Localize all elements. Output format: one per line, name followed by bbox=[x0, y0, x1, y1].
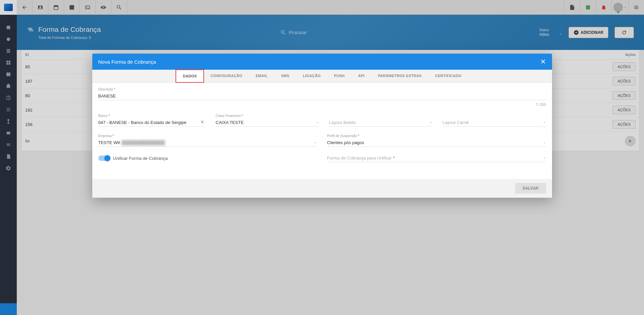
chevron-down-icon bbox=[543, 156, 546, 160]
tab-api[interactable]: API bbox=[351, 70, 371, 82]
chevron-down-icon bbox=[314, 141, 317, 144]
unificar-toggle[interactable] bbox=[98, 155, 110, 161]
field-empresa: Empresa * TESTE WK ██████████████ bbox=[98, 134, 317, 147]
tab-email[interactable]: EMAIL bbox=[249, 70, 275, 82]
modal: Nova Forma de Cobrança ✕ DADOS CONFIGURA… bbox=[92, 54, 552, 198]
tab-configuracao[interactable]: CONFIGURAÇÃO bbox=[204, 70, 249, 82]
char-counter: 7 / 255 bbox=[98, 103, 546, 107]
clear-icon[interactable]: ✕ bbox=[200, 119, 204, 125]
modal-title: Nova Forma de Cobrança bbox=[98, 59, 156, 65]
chevron-down-icon bbox=[543, 121, 546, 124]
modal-body: Descrição * 7 / 255 Banco * ✕ Caixa Fina… bbox=[92, 83, 552, 179]
tab-dados[interactable]: DADOS bbox=[176, 69, 204, 83]
unificar-toggle-field: Unificar Forma de Cobrança bbox=[98, 155, 317, 161]
empresa-select[interactable]: TESTE WK ██████████████ bbox=[98, 139, 317, 147]
chevron-down-icon bbox=[429, 121, 433, 124]
layout-carne-select[interactable]: Layout Carnê bbox=[443, 119, 546, 127]
descricao-input[interactable] bbox=[98, 92, 546, 100]
modal-overlay: Nova Forma de Cobrança ✕ DADOS CONFIGURA… bbox=[0, 0, 644, 315]
field-caixa: Caixa Financeiro * CAIXA TESTE bbox=[216, 114, 319, 127]
caixa-select[interactable]: CAIXA TESTE bbox=[216, 119, 319, 127]
modal-tabs: DADOS CONFIGURAÇÃO EMAIL SMS LIGAÇÃO PUS… bbox=[92, 70, 552, 83]
field-unificar-select: Forma de Cobrança para Unificar * bbox=[327, 154, 546, 162]
tab-certificado[interactable]: CERTIFICADO bbox=[428, 70, 468, 82]
tab-ligacao[interactable]: LIGAÇÃO bbox=[296, 70, 327, 82]
tab-push[interactable]: PUSH bbox=[327, 70, 351, 82]
unificar-toggle-label: Unificar Forma de Cobrança bbox=[113, 156, 168, 161]
layout-boleto-select[interactable]: Layout Boleto bbox=[329, 119, 433, 127]
field-banco: Banco * ✕ bbox=[98, 114, 206, 127]
perfil-select[interactable]: Clientes pós pagos bbox=[327, 139, 546, 147]
modal-header: Nova Forma de Cobrança ✕ bbox=[92, 54, 552, 70]
save-button[interactable]: SALVAR bbox=[515, 183, 546, 194]
banco-input[interactable] bbox=[98, 119, 206, 127]
modal-footer: SALVAR bbox=[92, 179, 552, 198]
field-layout-carne: Layout Carnê bbox=[443, 114, 546, 127]
field-layout-boleto: Layout Boleto bbox=[329, 114, 433, 127]
field-perfil: Perfil de Suspensão * Clientes pós pagos bbox=[327, 134, 546, 147]
chevron-down-icon bbox=[543, 141, 546, 144]
close-icon[interactable]: ✕ bbox=[540, 58, 546, 65]
tab-sms[interactable]: SMS bbox=[275, 70, 296, 82]
field-descricao: Descrição * 7 / 255 bbox=[98, 87, 546, 107]
chevron-down-icon bbox=[316, 121, 319, 124]
tab-parametros[interactable]: PARÂMETROS EXTRAS bbox=[371, 70, 428, 82]
unificar-forma-select[interactable]: Forma de Cobrança para Unificar * bbox=[327, 154, 546, 162]
